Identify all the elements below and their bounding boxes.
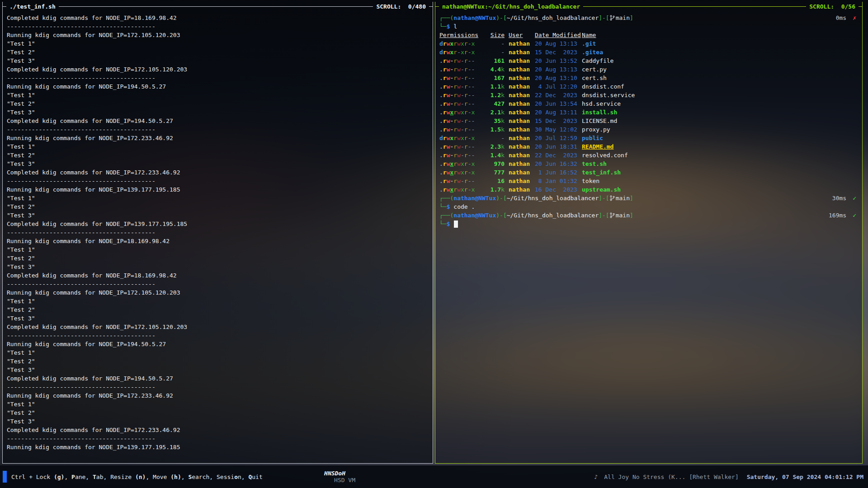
terminal-line: ----------------------------------------…: [7, 228, 429, 237]
prompt-user-host: nathan@NWTux: [453, 211, 496, 220]
file-owner: nathan: [509, 56, 535, 65]
terminal-line: "Test 2": [7, 99, 429, 108]
terminal-line: "Test 3": [7, 314, 429, 323]
file-name: hsd.service: [582, 99, 858, 108]
file-name: cert.sh: [582, 74, 858, 82]
terminal-line: "Test 3": [7, 211, 429, 220]
listing-header-row: PermissionsSizeUserDate ModifiedName: [439, 31, 858, 39]
file-owner: nathan: [509, 99, 535, 108]
status-accent-block: [3, 471, 7, 483]
terminal-line: ----------------------------------------…: [7, 280, 429, 288]
terminal-pane-right[interactable]: nathan@NWTux:~/Git/hns_doh_loadbalancer …: [435, 2, 863, 464]
file-date: 20 Jun 18:31: [535, 142, 582, 151]
file-row: .rwxrwxr-x777nathan 1 Jun 16:52test_inf.…: [439, 168, 858, 177]
left-pane-content: Completed kdig commands for NODE_IP=18.1…: [3, 11, 433, 463]
permissions-field: .rw-rw-r--: [439, 92, 475, 99]
file-date: 1 Jun 16:52: [535, 168, 582, 177]
terminal-line: "Test 1": [7, 91, 429, 99]
terminal-line: "Test 1": [7, 142, 429, 151]
music-note-icon: ♪: [594, 474, 598, 480]
terminal-line: Running kdig commands for NODE_IP=172.10…: [7, 31, 429, 39]
permissions-field: drwxrwxr-x: [439, 40, 475, 47]
terminal-line: "Test 2": [7, 151, 429, 160]
file-date: 4 Jul 12:20: [535, 82, 582, 91]
file-date: 20 Aug 13:13: [535, 39, 582, 48]
command-duration: 0ms✗: [836, 14, 858, 22]
file-row: .rwxrwxr-x2.1knathan20 Aug 13:11install.…: [439, 108, 858, 117]
prompt-git-branch: main: [616, 14, 630, 22]
keybind-hint-segment: ane,: [75, 474, 93, 480]
size-field: 777: [494, 169, 505, 176]
file-owner: nathan: [509, 151, 535, 160]
permissions-field: .rw-rw-r--: [439, 152, 475, 159]
prompt-line: ┌──(nathan@NWTux)-[~/Git/hns_doh_loadbal…: [439, 211, 858, 220]
file-row: .rw-rw-r--1.2knathan22 Dec 2023dnsdist.s…: [439, 91, 858, 99]
keybind-hint-segment: earch, Sessi: [192, 474, 234, 480]
file-owner: nathan: [509, 39, 535, 48]
size-field: 1.1k: [491, 83, 505, 90]
permissions-field: .rw-rw-r--: [439, 83, 475, 90]
terminal-line: "Test 2": [7, 254, 429, 263]
file-owner: nathan: [509, 108, 535, 117]
command-duration: 169ms✓: [829, 211, 858, 220]
file-date: 20 Jun 13:54: [535, 99, 582, 108]
prompt-input-line: └─$: [439, 220, 858, 228]
terminal-pane-left[interactable]: ./test_inf.sh SCROLL: 0/480 Completed kd…: [2, 2, 433, 464]
terminal-line: "Test 3": [7, 417, 429, 426]
file-date: 30 May 12:02: [535, 125, 582, 134]
right-pane-content: ┌──(nathan@NWTux)-[~/Git/hns_doh_loadbal…: [435, 11, 862, 463]
file-row: .rw-rw-r--1.4knathan22 Dec 2023resolved.…: [439, 151, 858, 160]
keybind-hint-segment: uit: [252, 474, 262, 480]
terminal-line: ----------------------------------------…: [7, 177, 429, 185]
status-bar: Ctrl + Lock (g), Pane, Tab, Resize (n), …: [0, 465, 868, 488]
left-pane-scroll-indicator: SCROLL: 0/480: [373, 3, 429, 10]
keybind-hint-segment: T: [93, 474, 96, 480]
prompt-line: ┌──(nathan@NWTux)-[~/Git/hns_doh_loadbal…: [439, 14, 858, 22]
file-owner: nathan: [509, 91, 535, 99]
terminal-line: Running kdig commands for NODE_IP=18.169…: [7, 237, 429, 245]
permissions-field: .rw-rw-r--: [439, 100, 475, 107]
file-row: .rw-rw-r--2.3knathan20 Jun 18:31README.m…: [439, 142, 858, 151]
size-field: 16: [497, 178, 505, 184]
keybind-hint-segment: ab, Resize: [96, 474, 135, 480]
terminal-line: Completed kdig commands for NODE_IP=18.1…: [7, 14, 429, 22]
terminal-line: "Test 1": [7, 348, 429, 357]
prompt-user-host: nathan@NWTux: [453, 194, 496, 202]
prompt-symbol: $: [447, 220, 450, 228]
terminal-line: Completed kdig commands for NODE_IP=18.1…: [7, 271, 429, 280]
keybind-hint-segment: o: [234, 474, 238, 480]
text-cursor[interactable]: [454, 221, 458, 228]
size-field: 1.5k: [491, 126, 505, 133]
listing-header: Size: [481, 31, 505, 39]
terminal-line: Completed kdig commands for NODE_IP=139.…: [7, 220, 429, 228]
file-row: .rw-rw-r--4.4knathan20 Aug 13:13cert.py: [439, 65, 858, 74]
file-owner: nathan: [509, 125, 535, 134]
border-segment: [435, 6, 439, 7]
permissions-field: .rw-rw-r--: [439, 126, 475, 133]
terminal-line: Completed kdig commands for NODE_IP=194.…: [7, 117, 429, 125]
git-branch-icon: [610, 195, 615, 201]
file-row: .rw-rw-r--161nathan20 Jun 13:52Caddyfile: [439, 56, 858, 65]
right-pane-title: nathan@NWTux:~/Git/hns_doh_loadbalancer: [439, 3, 583, 10]
size-field: -: [501, 40, 505, 47]
file-owner: nathan: [509, 185, 535, 194]
keybind-hint-segment: Ctrl + Lock: [11, 474, 54, 480]
terminal-line: Running kdig commands for NODE_IP=172.23…: [7, 134, 429, 142]
keybind-hint-segment: ,: [64, 474, 71, 480]
command-text: [450, 220, 453, 228]
check-icon: ✓: [846, 195, 856, 202]
file-row: drwxrwxr-x-nathan20 Aug 13:13.git: [439, 39, 858, 48]
permissions-field: .rwxrwxr-x: [439, 160, 475, 167]
prompt-path: ~/Git/hns_doh_loadbalancer: [507, 211, 599, 220]
file-name: install.sh: [582, 108, 858, 117]
clock: Saturday, 07 Sep 2024 04:01:12 PM: [747, 474, 863, 480]
terminal-line: ----------------------------------------…: [7, 383, 429, 391]
file-name: upstream.sh: [582, 185, 858, 194]
file-owner: nathan: [509, 177, 535, 185]
command-text: l: [450, 22, 457, 31]
terminal-line: "Test 2": [7, 305, 429, 314]
file-row: .rwxrwxr-x970nathan20 Jun 16:32test.sh: [439, 160, 858, 168]
host-label: HSD VM: [334, 477, 355, 483]
prompt-symbol: $: [447, 202, 450, 211]
terminal-line: "Test 2": [7, 202, 429, 211]
